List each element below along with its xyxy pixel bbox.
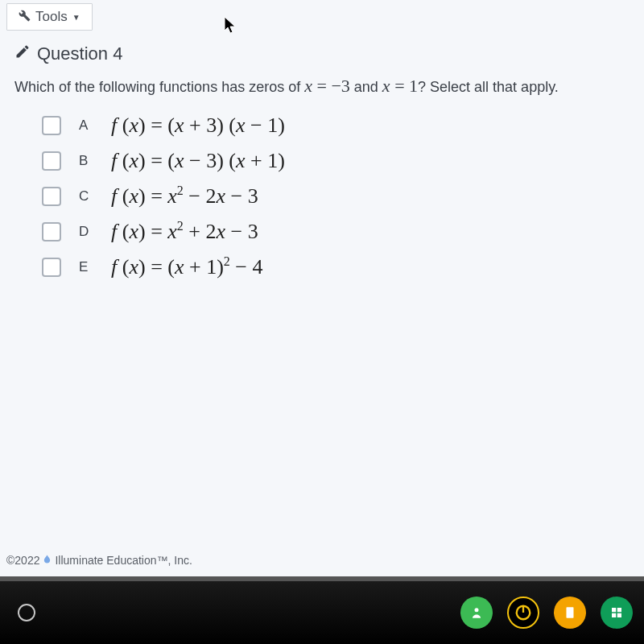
svg-rect-5 bbox=[617, 608, 621, 612]
options-list: A f (x) = (x + 3) (x − 1) B f (x) = (x −… bbox=[14, 114, 630, 279]
svg-rect-7 bbox=[617, 613, 621, 617]
copyright-year: ©2022 bbox=[6, 554, 39, 567]
math-val-2: 1 bbox=[409, 76, 418, 96]
option-letter: E bbox=[79, 259, 111, 275]
option-b: B f (x) = (x − 3) (x + 1) bbox=[42, 149, 630, 173]
option-letter: C bbox=[79, 188, 111, 204]
option-letter: D bbox=[79, 224, 111, 240]
option-formula: f (x) = (x + 3) (x − 1) bbox=[111, 114, 285, 138]
checkbox-d[interactable] bbox=[42, 222, 61, 242]
prompt-text-pre: Which of the following functions has zer… bbox=[14, 79, 304, 95]
math-var-1: x bbox=[304, 76, 312, 96]
question-number: Question 4 bbox=[37, 43, 122, 64]
question-panel: Question 4 Which of the following functi… bbox=[0, 31, 644, 279]
pencil-icon bbox=[14, 43, 31, 64]
option-formula: f (x) = x2 − 2x − 3 bbox=[111, 184, 258, 208]
app-icon-power[interactable] bbox=[507, 597, 539, 629]
app-icon-sheets[interactable] bbox=[601, 597, 633, 629]
svg-rect-4 bbox=[612, 608, 616, 612]
option-formula: f (x) = (x + 1)2 − 4 bbox=[111, 255, 263, 279]
footer: ©2022 Illuminate Education™, Inc. bbox=[6, 553, 192, 567]
question-prompt: Which of the following functions has zer… bbox=[14, 72, 630, 99]
option-c: C f (x) = x2 − 2x − 3 bbox=[42, 184, 630, 208]
svg-point-0 bbox=[475, 608, 479, 612]
prompt-text-post: ? Select all that apply. bbox=[418, 79, 559, 95]
question-header: Question 4 bbox=[14, 43, 630, 64]
option-formula: f (x) = x2 + 2x − 3 bbox=[111, 220, 258, 244]
math-var-2: x bbox=[382, 76, 390, 96]
taskbar bbox=[0, 581, 644, 644]
wrench-icon bbox=[19, 10, 31, 24]
option-a: A f (x) = (x + 3) (x − 1) bbox=[42, 114, 630, 138]
math-val-1: −3 bbox=[331, 76, 349, 96]
start-button[interactable] bbox=[18, 604, 35, 621]
math-eq-1: = bbox=[312, 76, 331, 96]
app-icon-classroom[interactable] bbox=[460, 597, 493, 629]
prompt-text-mid: and bbox=[354, 79, 382, 95]
tools-label: Tools bbox=[35, 9, 68, 25]
option-letter: B bbox=[79, 153, 111, 169]
tools-dropdown[interactable]: Tools ▼ bbox=[6, 3, 93, 31]
option-e: E f (x) = (x + 1)2 − 4 bbox=[42, 255, 630, 279]
droplet-icon bbox=[43, 553, 52, 567]
company-name: Illuminate Education™, Inc. bbox=[55, 554, 192, 567]
checkbox-c[interactable] bbox=[42, 187, 61, 206]
checkbox-b[interactable] bbox=[42, 151, 61, 171]
checkbox-a[interactable] bbox=[42, 116, 61, 135]
option-letter: A bbox=[79, 118, 111, 134]
svg-rect-6 bbox=[612, 613, 616, 617]
math-eq-2: = bbox=[390, 76, 409, 96]
svg-rect-3 bbox=[567, 607, 574, 618]
caret-down-icon: ▼ bbox=[72, 13, 80, 22]
checkbox-e[interactable] bbox=[42, 258, 61, 277]
option-formula: f (x) = (x − 3) (x + 1) bbox=[111, 149, 285, 173]
option-d: D f (x) = x2 + 2x − 3 bbox=[42, 220, 630, 244]
app-icon-docs[interactable] bbox=[554, 597, 586, 629]
